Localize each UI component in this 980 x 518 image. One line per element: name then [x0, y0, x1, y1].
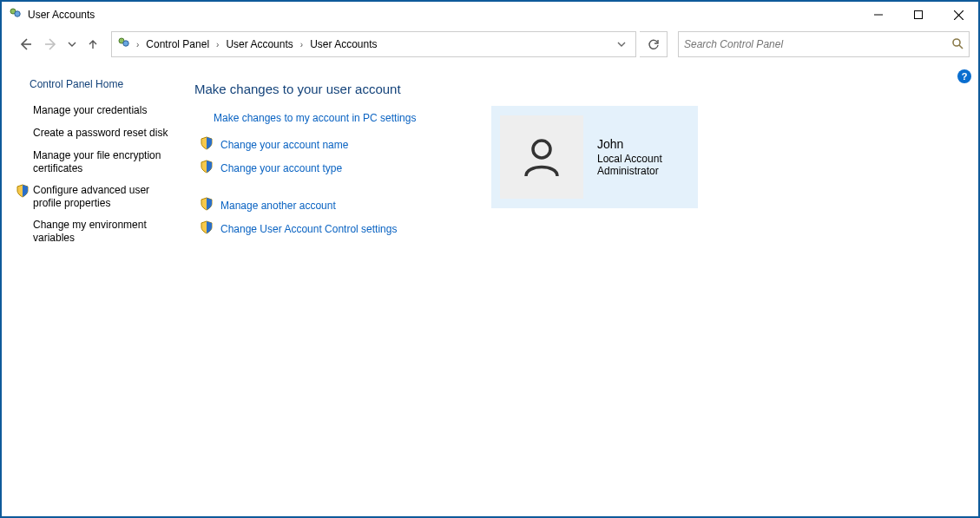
search-icon[interactable]: [951, 37, 964, 52]
window-title: User Accounts: [28, 9, 95, 21]
shield-icon: [200, 160, 214, 176]
help-icon[interactable]: ?: [957, 69, 971, 83]
up-button[interactable]: [82, 33, 104, 56]
current-user-card[interactable]: John Local Account Administrator: [491, 106, 698, 208]
spacer: [16, 219, 30, 233]
sidebar-item-configure-advanced-profile[interactable]: Configure advanced user profile properti…: [14, 184, 179, 210]
change-uac-settings-link[interactable]: Change User Account Control settings: [194, 220, 970, 237]
address-bar[interactable]: › Control Panel › User Accounts › User A…: [111, 31, 636, 57]
link-text: Make changes to my account in PC setting…: [214, 112, 416, 124]
app-icon: [9, 7, 23, 23]
address-history-dropdown[interactable]: [611, 40, 632, 49]
shield-icon: [200, 220, 214, 237]
search-input[interactable]: [684, 38, 951, 50]
page-heading: Make changes to your user account: [194, 82, 970, 96]
svg-line-11: [959, 45, 963, 49]
svg-rect-3: [915, 11, 923, 19]
control-panel-home-link[interactable]: Control Panel Home: [30, 78, 179, 90]
sidebar-item-create-password-reset-disk[interactable]: Create a password reset disk: [14, 127, 179, 141]
forward-button[interactable]: [40, 33, 62, 56]
link-text: Change your account name: [220, 139, 348, 151]
user-account-type: Local Account: [597, 153, 662, 165]
shield-icon: [200, 197, 214, 213]
main-panel: Make changes to your user account Make c…: [187, 75, 970, 258]
minimize-button[interactable]: [858, 2, 898, 28]
sidebar-item-manage-credentials[interactable]: Manage your credentials: [14, 104, 179, 118]
sidebar-item-change-environment-variables[interactable]: Change my environment variables: [14, 219, 179, 245]
chevron-right-icon[interactable]: ›: [135, 40, 141, 49]
chevron-right-icon[interactable]: ›: [214, 40, 220, 49]
maximize-button[interactable]: [898, 2, 938, 28]
sidebar: Control Panel Home Manage your credentia…: [14, 75, 187, 258]
user-info: John Local Account Administrator: [597, 137, 662, 177]
refresh-button[interactable]: [640, 31, 668, 57]
link-text: Change User Account Control settings: [220, 223, 397, 235]
link-text: Manage another account: [220, 200, 336, 212]
shield-icon: [16, 184, 30, 198]
user-name: John: [597, 137, 662, 151]
window-controls: [858, 2, 978, 28]
sidebar-label: Manage your credentials: [33, 104, 147, 117]
breadcrumb-item[interactable]: Control Panel: [144, 36, 211, 52]
sidebar-label: Change my environment variables: [33, 219, 179, 245]
navigation-bar: › Control Panel › User Accounts › User A…: [2, 28, 978, 64]
spacer: [16, 127, 30, 141]
recent-dropdown[interactable]: [66, 33, 78, 56]
sidebar-label: Configure advanced user profile properti…: [33, 184, 179, 210]
svg-point-10: [953, 39, 960, 46]
breadcrumb-item[interactable]: User Accounts: [224, 36, 294, 52]
svg-point-1: [15, 10, 20, 16]
sidebar-label: Create a password reset disk: [33, 127, 168, 140]
svg-point-9: [123, 40, 128, 45]
shield-icon: [200, 136, 214, 153]
avatar: [500, 115, 583, 199]
user-role: Administrator: [597, 165, 662, 177]
sidebar-item-manage-encryption-certificates[interactable]: Manage your file encryption certificates: [14, 149, 179, 175]
link-text: Change your account type: [220, 162, 342, 174]
address-icon: [117, 36, 131, 53]
close-button[interactable]: [938, 2, 978, 28]
back-button[interactable]: [14, 33, 36, 56]
chevron-right-icon[interactable]: ›: [299, 40, 305, 49]
titlebar: User Accounts: [2, 2, 978, 28]
breadcrumb-item[interactable]: User Accounts: [308, 36, 378, 52]
search-box[interactable]: [678, 31, 970, 57]
content-area: ? Control Panel Home Manage your credent…: [2, 64, 978, 258]
sidebar-label: Manage your file encryption certificates: [33, 149, 179, 175]
spacer: [16, 149, 30, 163]
svg-point-12: [533, 141, 550, 158]
spacer: [16, 104, 30, 118]
